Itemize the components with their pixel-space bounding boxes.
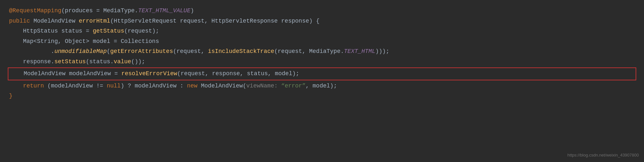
code-segment: ) <box>191 7 194 14</box>
code-line-line1: @RequestMapping(produces = MediaType.TEX… <box>8 6 636 16</box>
code-segment: errorHtml <box>79 18 110 24</box>
code-segment: public <box>9 18 34 24</box>
code-segment: ModelAndView modelAndView = <box>10 70 121 77</box>
code-segment: ) ? modelAndView : <box>121 83 187 89</box>
code-segment: setStatus <box>54 58 86 65</box>
code-segment: ()); <box>131 58 145 65</box>
code-line-line3: HttpStatus status = getStatus(request); <box>8 26 636 36</box>
code-segment: } <box>9 93 13 99</box>
code-container: @RequestMapping(produces = MediaType.TEX… <box>0 0 644 162</box>
code-segment: (HttpServletRequest request, HttpServlet… <box>110 18 319 24</box>
code-segment: ModelAndView( <box>197 83 246 89</box>
code-segment: (status. <box>86 58 114 65</box>
code-segment: resolveErrorView <box>121 70 177 77</box>
code-segment: . <box>9 48 54 55</box>
code-segment: ModelAndView <box>34 18 79 24</box>
code-segment: value <box>114 58 131 65</box>
code-segment: (modelAndView != <box>44 83 107 89</box>
code-segment: HttpStatus status = <box>9 28 93 34</box>
code-segment: unmodifiableMap <box>54 48 107 55</box>
code-segment: Collections <box>121 38 159 45</box>
code-line-line7: ModelAndView modelAndView = resolveError… <box>8 67 636 80</box>
code-segment: ( <box>107 48 110 55</box>
code-line-line4: Map<String, Object> model = Collections <box>8 36 636 47</box>
code-segment: Map<String, Object> model = <box>9 38 121 45</box>
code-segment: (request); <box>124 28 159 34</box>
code-line-line9: } <box>8 91 636 101</box>
code-segment: TEXT_HTML <box>344 48 375 55</box>
code-line-line2: public ModelAndView errorHtml(HttpServle… <box>8 16 636 26</box>
code-segment: isIncludeStackTrace <box>208 48 274 55</box>
code-line-line8: return (modelAndView != null) ? modelAnd… <box>8 81 636 91</box>
code-segment: viewName: <box>246 83 281 89</box>
code-segment: response. <box>9 58 54 65</box>
code-segment: (request, MediaType. <box>274 48 344 55</box>
code-segment: TEXT_HTML_VALUE <box>138 7 191 14</box>
code-segment: (produces = MediaType. <box>61 7 138 14</box>
code-line-line5: .unmodifiableMap(getErrorAttributes(requ… <box>8 46 636 57</box>
code-segment: (request, <box>173 48 208 55</box>
code-segment <box>9 83 23 89</box>
code-segment: (request, response, status, model); <box>177 70 299 77</box>
code-segment: getErrorAttributes <box>110 48 173 55</box>
watermark: https://blog.csdn.net/weixin_43907800 <box>567 152 639 159</box>
code-segment: return <box>23 83 44 89</box>
code-segment: getStatus <box>93 28 124 34</box>
code-lines: @RequestMapping(produces = MediaType.TEX… <box>8 6 636 101</box>
code-segment: , model); <box>306 83 337 89</box>
code-segment: “error” <box>281 83 306 89</box>
code-segment: ))); <box>375 48 389 55</box>
code-line-line6: response.setStatus(status.value()); <box>8 57 636 67</box>
code-segment: null <box>107 83 120 89</box>
code-segment: new <box>187 83 197 89</box>
code-segment: @RequestMapping <box>9 7 61 14</box>
